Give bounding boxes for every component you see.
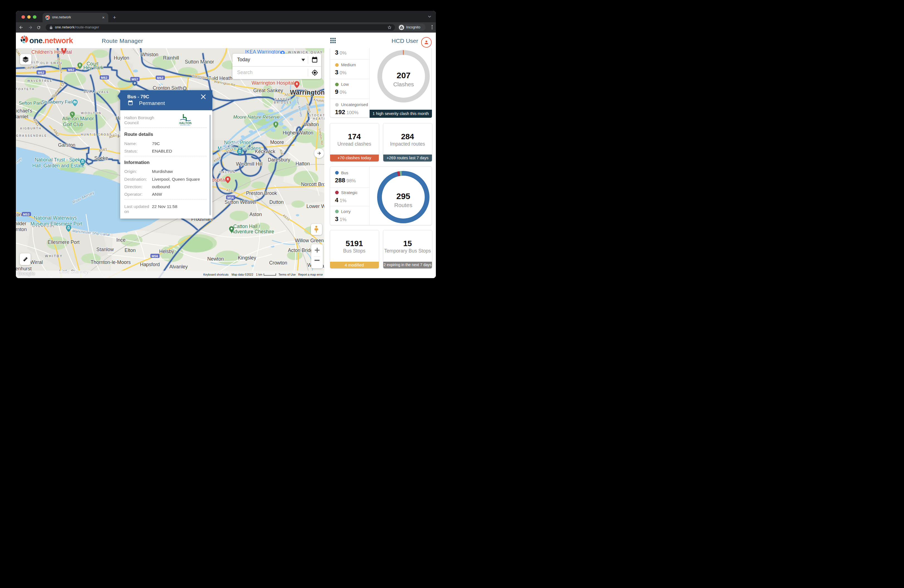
svg-text:BOROUGH COUNCIL: BOROUGH COUNCIL (180, 125, 190, 126)
svg-text:Routes: Routes (394, 202, 412, 208)
svg-text:HALTON: HALTON (179, 121, 191, 125)
svg-text:295: 295 (396, 191, 410, 201)
svg-text:Clashes: Clashes (393, 81, 414, 87)
svg-text:207: 207 (397, 71, 411, 80)
